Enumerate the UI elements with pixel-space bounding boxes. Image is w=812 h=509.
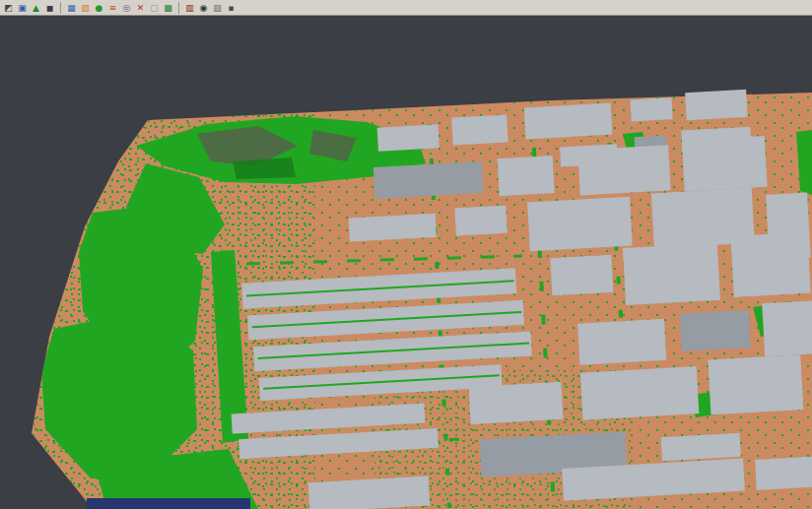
selection-icon[interactable]: ▣ [16, 1, 29, 14]
wireframe-icon[interactable]: ≡ [106, 1, 119, 14]
settings-icon[interactable]: ▪ [225, 1, 237, 14]
camera-icon[interactable]: ▢ [148, 1, 161, 14]
reset-view-icon[interactable]: ✕ [134, 1, 147, 14]
toolbar-separator [60, 2, 61, 14]
lasso-icon[interactable]: ▲ [30, 1, 42, 14]
crop-icon[interactable]: ◼ [43, 1, 56, 14]
point-cloud-icon[interactable]: ▦ [65, 1, 78, 14]
orthophoto-icon[interactable]: ▥ [183, 1, 196, 14]
navigation-icon[interactable]: ◩ [2, 1, 15, 14]
application-window: ◩ ▣ ▲ ◼ ▦ ▧ ● ≡ ◎ ✕ ▢ ▩ ▥ ◉ ▨ ▪ [0, 0, 812, 509]
texture-icon[interactable]: ▩ [162, 1, 174, 14]
main-toolbar: ◩ ▣ ▲ ◼ ▦ ▧ ● ≡ ◎ ✕ ▢ ▩ ▥ ◉ ▨ ▪ [0, 0, 812, 16]
dem-icon[interactable]: ◉ [197, 1, 210, 14]
mesh-icon[interactable]: ● [93, 1, 105, 14]
dense-cloud-icon[interactable]: ▧ [79, 1, 92, 14]
viewport-3d[interactable] [0, 16, 812, 509]
snapshot-icon[interactable]: ▨ [211, 1, 224, 14]
toolbar-separator [178, 2, 179, 14]
background-window-fragment [87, 498, 250, 509]
point-cloud-scene [0, 16, 812, 509]
ruler-icon[interactable]: ◎ [120, 1, 133, 14]
